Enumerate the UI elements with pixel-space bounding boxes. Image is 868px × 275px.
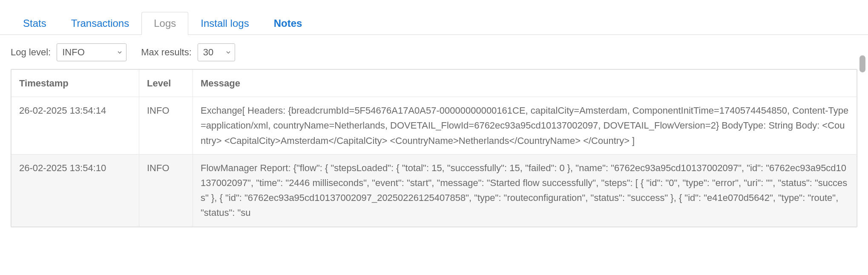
tab-logs[interactable]: Logs [141,12,188,35]
col-header-timestamp: Timestamp [11,70,139,97]
loglevel-value: INFO [57,47,113,58]
log-controls: Log level: INFO Max results: 30 [0,35,868,69]
table-header-row: Timestamp Level Message [11,70,857,97]
logs-table: Timestamp Level Message 26-02-2025 13:54… [11,69,857,227]
col-header-message: Message [193,70,857,97]
loglevel-label: Log level: [11,47,51,58]
chevron-down-icon [113,49,126,56]
scrollbar-thumb[interactable] [859,55,865,72]
chevron-down-icon [222,49,235,56]
cell-level: INFO [139,97,193,155]
logs-table-container: Timestamp Level Message 26-02-2025 13:54… [11,69,857,227]
cell-message: FlowManager Report: {"flow": { "stepsLoa… [193,154,857,226]
table-row: 26-02-2025 13:54:14 INFO Exchange[ Heade… [11,97,857,155]
tab-install-logs[interactable]: Install logs [188,12,261,35]
maxresults-label: Max results: [141,47,192,58]
cell-level: INFO [139,154,193,226]
cell-message: Exchange[ Headers: {breadcrumbId=5F54676… [193,97,857,155]
maxresults-value: 30 [198,47,222,58]
tab-bar: Stats Transactions Logs Install logs Not… [0,0,868,35]
col-header-level: Level [139,70,193,97]
cell-timestamp: 26-02-2025 13:54:10 [11,154,139,226]
tab-transactions[interactable]: Transactions [59,12,142,35]
maxresults-select[interactable]: 30 [198,43,235,61]
cell-timestamp: 26-02-2025 13:54:14 [11,97,139,155]
table-row: 26-02-2025 13:54:10 INFO FlowManager Rep… [11,154,857,226]
tab-notes[interactable]: Notes [262,12,315,35]
tab-stats[interactable]: Stats [11,12,59,35]
loglevel-select[interactable]: INFO [57,43,126,61]
